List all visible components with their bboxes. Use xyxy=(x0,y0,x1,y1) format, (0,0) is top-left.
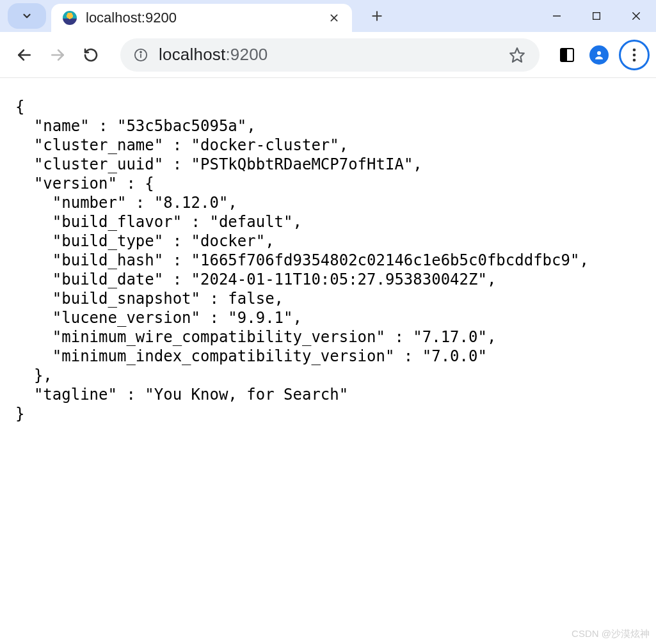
site-info-button[interactable] xyxy=(133,47,148,63)
json-build-flavor: default xyxy=(219,213,284,231)
minimize-icon xyxy=(551,10,563,22)
svg-point-15 xyxy=(633,48,636,51)
svg-marker-13 xyxy=(510,48,524,62)
tab-strip: localhost:9200 xyxy=(0,0,656,32)
reload-icon xyxy=(83,47,99,63)
arrow-right-icon xyxy=(49,47,66,63)
forward-button[interactable] xyxy=(42,40,73,70)
json-name: 53c5bac5095a xyxy=(126,117,237,135)
window-controls xyxy=(537,0,656,32)
chevron-down-icon xyxy=(21,10,33,22)
url-host: localhost xyxy=(159,45,225,64)
close-icon xyxy=(630,10,642,22)
reload-button[interactable] xyxy=(76,40,106,70)
url-text: localhost:9200 xyxy=(159,45,497,65)
svg-rect-5 xyxy=(593,13,600,20)
json-tagline: You Know, for Search xyxy=(154,386,339,404)
tab-search-dropdown[interactable] xyxy=(8,3,46,29)
address-bar[interactable]: localhost:9200 xyxy=(120,38,540,72)
json-version-number: 8.12.0 xyxy=(163,194,219,212)
back-button[interactable] xyxy=(9,40,40,70)
svg-point-16 xyxy=(633,53,636,56)
info-icon xyxy=(134,48,148,62)
menu-button[interactable] xyxy=(619,40,650,70)
close-icon xyxy=(329,13,339,23)
json-lucene-version: 9.9.1 xyxy=(237,309,284,327)
json-build-type: docker xyxy=(200,232,256,250)
plus-icon xyxy=(371,10,383,22)
maximize-icon xyxy=(591,11,602,21)
json-cluster-name: docker-cluster xyxy=(200,136,330,154)
extensions-button[interactable] xyxy=(552,40,582,70)
kebab-menu-icon xyxy=(632,48,636,62)
json-build-snapshot: false xyxy=(228,290,274,308)
star-icon xyxy=(509,47,525,63)
page-content: { "name" : "53c5bac5095a", "cluster_name… xyxy=(0,78,656,439)
svg-point-17 xyxy=(633,58,636,61)
profile-avatar-icon xyxy=(589,45,609,65)
minimize-button[interactable] xyxy=(537,0,577,32)
json-min-index: 7.0.0 xyxy=(431,347,477,365)
svg-point-12 xyxy=(140,51,141,52)
profile-button[interactable] xyxy=(584,40,614,70)
tab-title: localhost:9200 xyxy=(86,10,325,26)
json-build-hash: 1665f706fd9354802c02146c1e6b5c0fbcddfbc9 xyxy=(200,251,570,269)
json-min-wire: 7.17.0 xyxy=(422,328,478,346)
extension-icon xyxy=(560,48,574,62)
json-cluster-uuid: PSTkQbbtRDaeMCP7ofHtIA xyxy=(200,155,404,173)
bookmark-button[interactable] xyxy=(508,45,527,65)
svg-point-14 xyxy=(597,51,601,55)
toolbar: localhost:9200 xyxy=(0,32,656,78)
elasticsearch-favicon-icon xyxy=(63,11,77,25)
browser-tab[interactable]: localhost:9200 xyxy=(51,4,352,32)
maximize-button[interactable] xyxy=(577,0,616,32)
watermark: CSDN @沙漠炫神 xyxy=(572,628,650,640)
json-build-date: 2024-01-11T10:05:27.953830042Z xyxy=(200,271,477,288)
close-window-button[interactable] xyxy=(616,0,656,32)
tab-close-button[interactable] xyxy=(325,9,343,27)
arrow-left-icon xyxy=(16,47,33,63)
new-tab-button[interactable] xyxy=(364,3,390,29)
url-port: :9200 xyxy=(225,45,268,64)
